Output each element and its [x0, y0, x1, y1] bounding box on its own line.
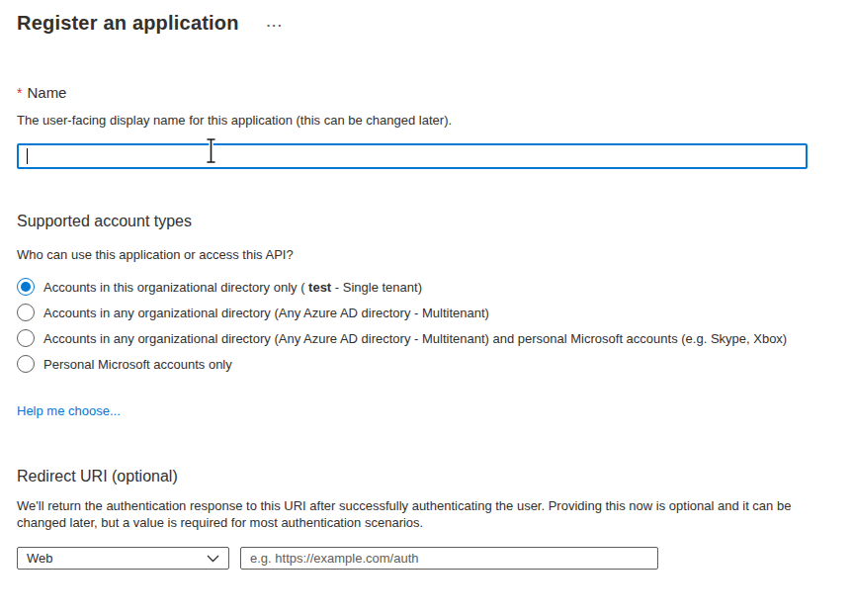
radio-label-personal-only: Personal Microsoft accounts only — [43, 357, 232, 372]
radio-label-multitenant: Accounts in any organizational directory… — [43, 306, 489, 320]
more-options-icon[interactable]: ... — [265, 16, 286, 30]
radio-option-personal-only[interactable]: Personal Microsoft accounts only — [17, 351, 853, 377]
register-application-page: Register an application ... *Name The us… — [0, 0, 853, 570]
radio-option-multitenant-personal[interactable]: Accounts in any organizational directory… — [17, 325, 853, 351]
tenant-name: test — [308, 280, 331, 295]
radio-dot — [21, 282, 31, 292]
page-title: Register an application — [17, 12, 239, 35]
radio-option-multitenant[interactable]: Accounts in any organizational directory… — [17, 300, 853, 325]
account-types-question: Who can use this application or access t… — [17, 247, 853, 262]
radio-label-multitenant-personal: Accounts in any organizational directory… — [43, 331, 787, 346]
redirect-uri-description: We'll return the authentication response… — [17, 497, 798, 531]
chevron-down-icon — [207, 555, 219, 563]
redirect-uri-heading: Redirect URI (optional) — [17, 468, 853, 485]
required-asterisk: * — [17, 85, 22, 101]
supported-account-types-heading: Supported account types — [17, 213, 853, 230]
name-label-text: Name — [27, 84, 66, 101]
radio-label-prefix: Accounts in this organizational director… — [43, 280, 308, 295]
radio-label-suffix: - Single tenant) — [331, 280, 422, 295]
radio-label-single-tenant: Accounts in this organizational director… — [43, 280, 422, 295]
name-input-wrap — [17, 143, 808, 169]
platform-selected-value: Web — [27, 551, 53, 566]
radio-button-selected[interactable] — [17, 278, 35, 296]
radio-button[interactable] — [17, 304, 35, 321]
radio-button[interactable] — [17, 355, 35, 373]
help-me-choose-link[interactable]: Help me choose... — [17, 403, 121, 418]
redirect-uri-input[interactable] — [240, 547, 658, 570]
redirect-uri-controls: Web — [17, 547, 853, 570]
radio-button[interactable] — [17, 329, 35, 347]
name-field-description: The user-facing display name for this ap… — [17, 113, 853, 128]
page-header: Register an application ... — [17, 8, 853, 38]
name-field-label: *Name — [17, 84, 853, 101]
radio-option-single-tenant[interactable]: Accounts in this organizational director… — [17, 274, 853, 300]
account-types-radio-group: Accounts in this organizational director… — [17, 274, 853, 377]
platform-select-dropdown[interactable]: Web — [17, 547, 229, 570]
name-input[interactable] — [17, 143, 808, 169]
